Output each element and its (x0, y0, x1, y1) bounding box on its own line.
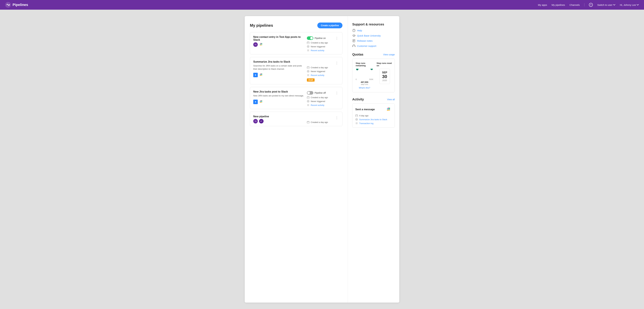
more-menu-3[interactable]: ⋮ (334, 91, 339, 95)
channels-link[interactable]: Channels (570, 4, 580, 6)
customer-support-link[interactable]: Customer support (357, 44, 376, 47)
svg-rect-49 (352, 46, 353, 47)
more-menu-2[interactable]: ⋮ (334, 61, 339, 65)
toggle-switch-1[interactable] (307, 36, 313, 40)
pipeline-icons-2 (253, 73, 304, 77)
release-notes-link[interactable]: Release notes (357, 40, 372, 42)
recent-activity-link-1[interactable]: Recent activity (311, 49, 324, 52)
view-all-link[interactable]: View all (387, 98, 395, 101)
left-header: My pipelines Create a pipeline (250, 22, 342, 28)
recent-row-2: Recent activity (307, 74, 324, 76)
resource-notes: Release notes (352, 39, 395, 42)
activity-time-row: A day ago (355, 114, 392, 117)
pipeline-title-1: New contact entry in Test App posts to S… (253, 36, 304, 41)
svg-rect-40 (307, 96, 309, 98)
trigger-icon-2 (307, 70, 310, 72)
switch-user-dropdown[interactable]: Switch to user (597, 4, 615, 6)
quotas-left: Step runs remaining 0 (356, 62, 373, 89)
triggered-row-3: Never triggered (307, 100, 325, 102)
gauge-max: 500K (369, 78, 373, 80)
gauge-labels: 0 500K (356, 78, 373, 80)
my-apps-link[interactable]: My apps (538, 4, 547, 6)
svg-point-41 (307, 100, 309, 102)
resource-university: Quick Base University (352, 34, 395, 37)
more-menu-4[interactable]: ⋮ (334, 116, 339, 120)
more-menu-1[interactable]: ⋮ (334, 36, 339, 40)
activity-list-icon (355, 122, 358, 124)
status-label-1: Pipeline on (314, 37, 326, 40)
quotas-right: Step runs reset on SEP 30 2020 (376, 62, 393, 89)
svg-rect-59 (389, 110, 390, 110)
left-column: My pipelines Create a pipeline New conta… (245, 16, 348, 302)
gauge-sub: step runs (361, 83, 368, 85)
activity-meta: A day ago Summarize Jira tasks to Slack … (355, 114, 392, 124)
recent-row-3: Recent activity (307, 104, 324, 106)
created-3: Created a day ago (311, 96, 328, 99)
activity-pipeline-link[interactable]: Summarize Jira tasks to Slack (359, 118, 387, 121)
support-title: Support & resources (352, 22, 395, 26)
svg-rect-38 (260, 102, 261, 103)
create-pipeline-button[interactable]: Create a pipeline (317, 22, 342, 28)
triggered-1: Never triggered (311, 46, 325, 48)
university-link[interactable]: Quick Base University (357, 34, 381, 37)
activity-pipeline-row: Summarize Jira tasks to Slack (355, 118, 392, 121)
activity-log-link[interactable]: Transaction log (359, 122, 373, 124)
activity-header: Activity View all (352, 98, 395, 101)
user-menu[interactable]: Hi, Johnny Lee (620, 4, 639, 6)
list-icon-1 (307, 49, 310, 52)
svg-point-47 (354, 31, 354, 31)
svg-point-2 (256, 44, 256, 45)
pipeline-right-3: Pipeline off ⋮ Created a day ago Never t… (307, 90, 339, 106)
qb-icon-4a (253, 119, 258, 124)
pipeline-title-2: Summarize Jira tasks to Slack (253, 60, 304, 63)
activity-calendar-icon (355, 114, 358, 117)
svg-rect-25 (262, 75, 262, 76)
pipeline-right-2: ⋮ Created a day ago Never triggered (307, 60, 339, 82)
list-icon-3 (307, 104, 310, 106)
help-link[interactable]: Help (357, 29, 362, 32)
reset-year: 2020 (382, 79, 387, 82)
triggered-row-2: Never triggered (307, 70, 325, 72)
help-button[interactable]: ? (589, 3, 593, 7)
created-1: Created a day ago (311, 42, 328, 44)
nav-divider (584, 3, 584, 6)
notes-icon (352, 39, 356, 42)
pipeline-left-4: New pipeline (253, 115, 304, 124)
qb-icon-4b (259, 119, 264, 124)
pipeline-right-1: Pipeline on ⋮ Created a day ago Never tr… (307, 36, 339, 52)
svg-rect-56 (389, 108, 390, 110)
calendar-icon-3 (307, 96, 310, 99)
university-icon (352, 34, 356, 37)
navbar: Pipelines My apps My pipelines Channels … (0, 0, 644, 10)
activity-title: Activity (352, 98, 364, 101)
activity-top: Sent a message (355, 106, 392, 112)
svg-rect-11 (262, 45, 262, 46)
pipeline-left-2: Summarize Jira tasks to Slack Searches f… (253, 60, 304, 82)
activity-time: A day ago (359, 114, 368, 117)
triggered-3: Never triggered (311, 100, 325, 102)
pipeline-desc-2: Searches for JIRA tasks on a certain sta… (253, 64, 304, 70)
brand-label: Pipelines (12, 3, 28, 7)
right-column: Support & resources Help (348, 16, 399, 302)
pipeline-card-4: New pipeline ⋮ (250, 112, 342, 126)
svg-point-62 (356, 119, 357, 120)
status-label-3: Pipeline off (314, 92, 326, 94)
recent-activity-link-3[interactable]: Recent activity (311, 104, 324, 106)
whats-this-link[interactable]: What's this? (359, 86, 370, 89)
svg-rect-34 (260, 101, 261, 102)
svg-point-28 (308, 71, 309, 72)
recent-activity-link-2[interactable]: Recent activity (311, 74, 324, 76)
step-runs-label: Step runs remaining (356, 62, 373, 67)
svg-rect-8 (262, 43, 262, 44)
toggle-switch-3[interactable] (307, 91, 313, 95)
view-usage-link[interactable]: View usage (383, 53, 395, 56)
my-pipelines-link[interactable]: My pipelines (552, 4, 565, 6)
svg-rect-6 (260, 44, 261, 44)
svg-point-14 (308, 46, 309, 47)
svg-rect-17 (259, 73, 264, 77)
jira-icon-3 (253, 100, 258, 104)
created-2: Created a day ago (311, 66, 328, 69)
activity-log-row: Transaction log (355, 122, 392, 124)
pipeline-card-2: Summarize Jira tasks to Slack Searches f… (250, 57, 342, 84)
pipeline-title-3: New Jira tasks post to Slack (253, 90, 304, 93)
